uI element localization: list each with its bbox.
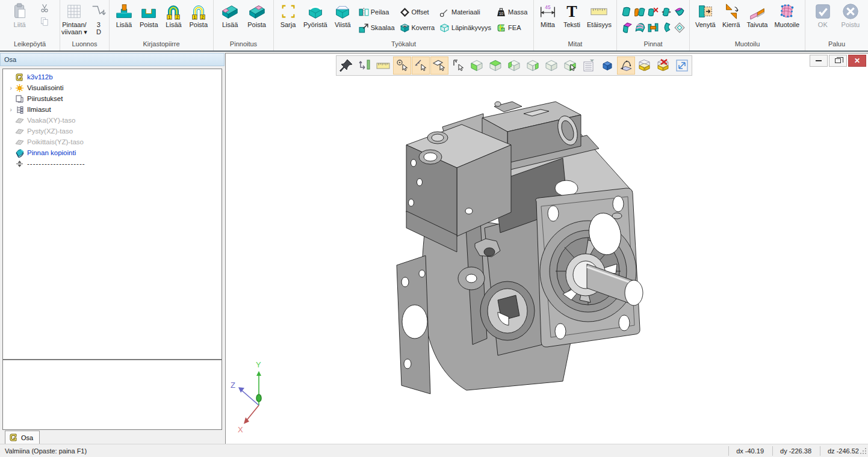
tree-item-surface-copy[interactable]: Pinnan kopiointi [3, 147, 222, 158]
transparency-button[interactable]: Läpinäkyvyys [438, 20, 493, 35]
ribbon-group-surfaces: Pinnat [617, 0, 690, 51]
surface-bend-icon[interactable] [661, 22, 672, 33]
drawings-icon [15, 94, 24, 103]
surface-add-button[interactable]: Lisää [220, 2, 240, 29]
fea-icon [496, 23, 506, 33]
ok-button[interactable]: OK [813, 2, 833, 29]
surface-blend-icon[interactable] [674, 7, 685, 17]
configurations-icon [15, 105, 24, 114]
material-icon [439, 7, 450, 17]
surface-join-icon[interactable] [648, 22, 659, 33]
library-remove-button[interactable]: Poista [138, 2, 160, 29]
pattern-button[interactable]: Sarja [278, 2, 299, 29]
ok-check-icon [814, 2, 832, 20]
group-label: Työkalut [274, 38, 533, 51]
part-icon [15, 73, 24, 82]
copy-icon[interactable] [39, 16, 50, 27]
axis-y-label: Y [256, 360, 261, 369]
pump-3d-model[interactable]: Y Z X [226, 54, 868, 444]
group-label: Pinnat [617, 38, 689, 51]
model-viewport[interactable]: ✕ [225, 53, 868, 444]
text-button[interactable]: Teksti [562, 2, 582, 29]
deform-mesh-icon [778, 2, 796, 20]
fillet-button[interactable]: Pyöristä [302, 2, 329, 29]
polyline-3d-icon [90, 2, 108, 20]
axis-x-label: X [238, 425, 243, 434]
surface-pair-icon[interactable] [634, 7, 645, 17]
surface-move-icon[interactable] [661, 7, 672, 17]
plane-icon [15, 138, 24, 147]
ribbon: Liitä Leikepöytä Pintaan/viivaan ▾ 3D Lu… [0, 0, 868, 52]
chamfer-button[interactable]: Viistä [332, 2, 353, 29]
feature-tree-panel: Osa k3v112b ›Visualisointi Piirustukset … [0, 53, 225, 444]
surface-copy-icon [15, 149, 24, 158]
twist-button[interactable]: Kierrä [721, 2, 742, 29]
cad-application-window: Liitä Leikepöytä Pintaan/viivaan ▾ 3D Lu… [0, 0, 868, 457]
chamfer-icon [333, 2, 352, 20]
twist-icon [722, 2, 740, 20]
library-add-button[interactable]: Lisää [114, 2, 134, 29]
surface-delete-icon[interactable] [648, 7, 659, 17]
grid-icon [65, 2, 83, 20]
panel-header: Osa [0, 53, 225, 66]
surface-trim-icon[interactable] [621, 22, 632, 33]
dimension-button[interactable]: Mitta [538, 2, 558, 29]
cut-icon[interactable] [39, 3, 50, 14]
distance-button[interactable]: Etäisyys [586, 2, 613, 29]
paste-button[interactable]: Liitä [10, 2, 30, 29]
chevron-right-icon[interactable]: › [7, 84, 15, 91]
hollow-icon [400, 23, 410, 33]
ruler-icon [590, 2, 608, 20]
status-dy: dy -226.38 [772, 446, 820, 456]
offset-button[interactable]: Offset [398, 4, 437, 20]
mass-button[interactable]: Massa [494, 4, 529, 20]
surface-flatten-icon[interactable] [674, 22, 685, 33]
magnet-outline-numbered-icon [190, 2, 208, 20]
exit-button[interactable]: Poistu [840, 2, 861, 29]
mirror-icon [359, 7, 369, 17]
fea-button[interactable]: FEA [494, 20, 529, 35]
tab-part[interactable]: Osa [5, 431, 40, 444]
tree-item-visualization[interactable]: ›Visualisointi [3, 82, 222, 93]
exit-cross-icon [842, 2, 860, 20]
tree-item-xz-plane[interactable]: Pysty(XZ)-taso [3, 126, 222, 136]
tree-item-drawings[interactable]: Piirustukset [3, 93, 222, 104]
group-label: Paluu [805, 38, 868, 51]
mirror-button[interactable]: Peilaa [357, 4, 397, 20]
library-add-icon [115, 2, 133, 20]
library-add-numbered-button[interactable]: Lisää [163, 2, 184, 29]
group-label: Luonnos [60, 38, 109, 51]
surface-create-icon[interactable] [621, 7, 632, 17]
text-icon [563, 2, 581, 20]
surface-striped-icon[interactable] [634, 22, 645, 33]
hollow-button[interactable]: Koverra [398, 20, 437, 35]
bend-button[interactable]: Taivuta [746, 2, 769, 29]
tree-item-yz-plane[interactable]: Poikittais(YZ)-taso [3, 136, 222, 147]
axis-triad: Y Z X [231, 360, 261, 434]
feature-tree: k3v112b ›Visualisointi Piirustukset ›Ilm… [2, 69, 222, 360]
stretch-button[interactable]: Venytä [694, 2, 717, 29]
insert-marker-icon [15, 159, 24, 168]
surface-add-icon [221, 2, 239, 20]
tree-item-insert-marker[interactable]: -------------------- [3, 158, 222, 169]
deform-button[interactable]: Muotoile [773, 2, 801, 29]
group-label: Kirjastopiirre [110, 38, 213, 51]
sketch-on-face-button[interactable]: Pintaan/viivaan ▾ [60, 2, 88, 36]
ribbon-group-library-feature: Lisää Poista Lisää Poista Kirjastopiirre [110, 0, 214, 51]
scale-button[interactable]: Skaalaa [357, 20, 397, 35]
status-dx: dx -40.19 [728, 446, 772, 456]
sketch-3d-button[interactable]: 3D [88, 2, 109, 36]
library-remove-numbered-button[interactable]: Poista [188, 2, 209, 29]
tree-item-part-root[interactable]: k3v112b [3, 72, 222, 82]
tree-item-xy-plane[interactable]: Vaaka(XY)-taso [3, 115, 222, 126]
part-icon [9, 433, 18, 442]
chevron-right-icon[interactable]: › [7, 106, 15, 113]
resize-grip[interactable] [860, 447, 867, 455]
ribbon-group-deform: Venytä Kierrä Taivuta Muotoile Muotoilu [690, 0, 805, 51]
pattern-icon [279, 2, 297, 20]
material-button[interactable]: Materiaali [438, 4, 493, 20]
tree-item-configurations[interactable]: ›Ilmiasut [3, 104, 222, 115]
surface-remove-button[interactable]: Poista [246, 2, 267, 29]
panel-tab-bar: Osa [0, 431, 225, 444]
ribbon-group-dimensions: Mitta Teksti Etäisyys Mitat [534, 0, 617, 51]
